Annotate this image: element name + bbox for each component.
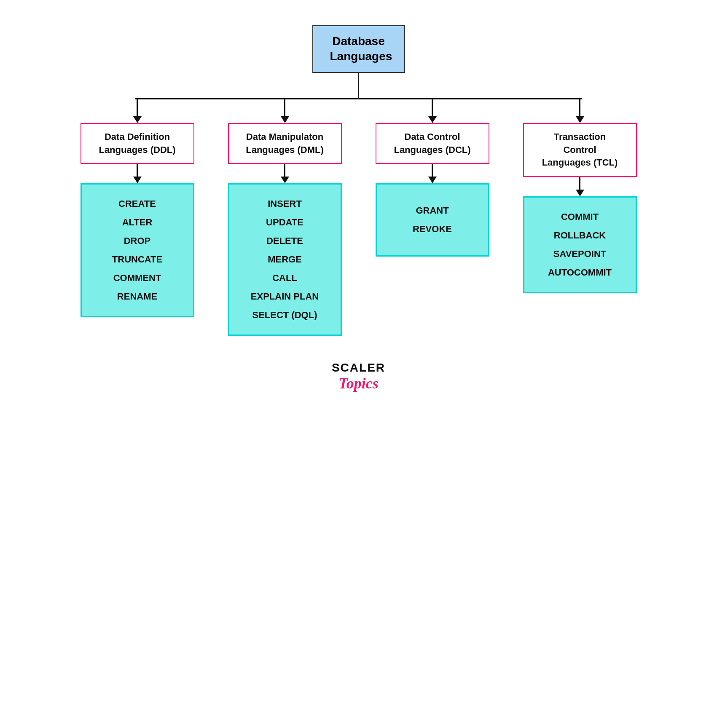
tcl-vline-mid: [579, 177, 580, 190]
dml-vline-top: [284, 99, 285, 116]
dml-arrow: [281, 116, 289, 123]
root-node: DatabaseLanguages: [312, 25, 405, 73]
ddl-category-box: Data DefinitionLanguages (DDL): [81, 123, 194, 164]
tcl-category-box: TransactionControlLanguages (TCL): [523, 123, 637, 177]
dml-content-box: INSERTUPDATEDELETEMERGECALLEXPLAIN PLANS…: [228, 183, 342, 336]
dml-arrow2: [281, 177, 289, 183]
tcl-arrow: [576, 116, 584, 123]
footer-sub: Topics: [338, 375, 379, 392]
dml-category-box: Data ManipulatonLanguages (DML): [228, 123, 342, 164]
footer: SCALER Topics: [332, 361, 385, 392]
dcl-arrow: [428, 116, 437, 123]
ddl-vline-mid: [137, 164, 138, 177]
ddl-arrow: [133, 116, 142, 123]
diagram-container: DatabaseLanguages Data DefinitionLanguag…: [0, 0, 717, 392]
horizontal-bar: [135, 98, 582, 99]
column-dcl: Data ControlLanguages (DCL) GRANTREVOKE: [359, 99, 506, 257]
dcl-category-box: Data ControlLanguages (DCL): [376, 123, 489, 164]
tcl-vline-top: [579, 99, 580, 116]
dml-vline-mid: [284, 164, 285, 177]
tcl-arrow2: [576, 190, 584, 196]
ddl-content-box: CREATEALTERDROPTRUNCATECOMMENTRENAME: [81, 183, 194, 317]
horizontal-bar-wrapper: [64, 98, 654, 99]
columns-container: Data DefinitionLanguages (DDL) CREATEALT…: [64, 99, 654, 336]
column-tcl: TransactionControlLanguages (TCL) COMMIT…: [506, 99, 654, 293]
dcl-vline-top: [432, 99, 433, 116]
tcl-content-box: COMMITROLLBACKSAVEPOINTAUTOCOMMIT: [523, 196, 637, 293]
dcl-vline-mid: [432, 164, 433, 177]
dcl-content-box: GRANTREVOKE: [376, 183, 489, 257]
dcl-arrow2: [428, 177, 437, 183]
ddl-arrow2: [133, 177, 142, 183]
column-dml: Data ManipulatonLanguages (DML) INSERTUP…: [211, 99, 359, 336]
column-ddl: Data DefinitionLanguages (DDL) CREATEALT…: [64, 99, 211, 318]
footer-brand: SCALER: [332, 361, 385, 375]
root-connector-line: [358, 73, 359, 98]
ddl-vline-top: [137, 99, 138, 116]
